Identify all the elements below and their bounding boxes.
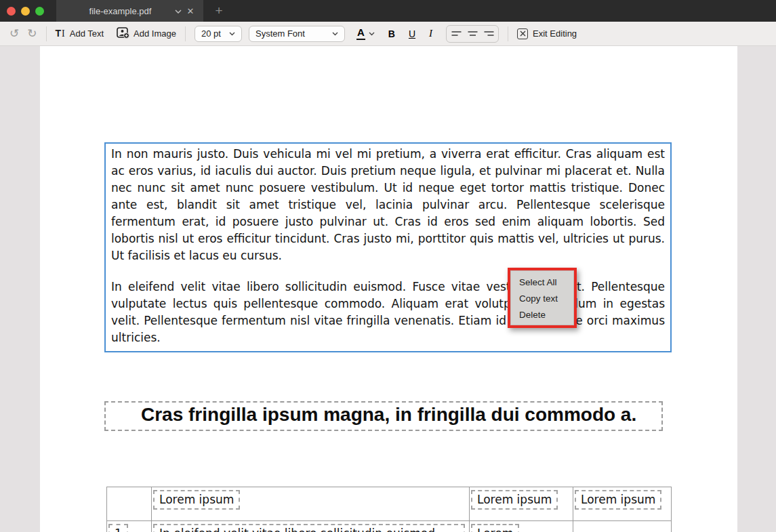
bold-button[interactable]: B	[388, 28, 395, 39]
table-cell: Lorem ipsum	[470, 487, 573, 521]
editable-field[interactable]: Lorem ipsum	[153, 490, 240, 510]
table-cell: Lorem ipsum	[573, 487, 672, 521]
heading-text-field[interactable]: Cras fringilla ipsum magna, in fringilla…	[104, 401, 663, 431]
redo-button[interactable]: ↻	[27, 28, 37, 39]
toolbar-divider	[185, 26, 186, 41]
minimize-window-button[interactable]	[21, 7, 30, 16]
table-cell: Lorem	[470, 521, 573, 532]
table-cell: Lorem ipsum	[152, 487, 470, 521]
tab-title: file-example.pdf	[68, 6, 172, 16]
align-left-button[interactable]	[448, 26, 464, 42]
underline-button[interactable]: U	[409, 28, 415, 39]
exit-editing-button[interactable]: Exit Editing	[517, 28, 577, 39]
table-cell: 1	[107, 521, 152, 532]
chevron-down-icon	[229, 32, 235, 36]
align-center-button[interactable]	[464, 26, 481, 42]
window-controls	[0, 7, 52, 16]
new-tab-button[interactable]: +	[210, 3, 228, 19]
document-tab[interactable]: file-example.pdf ✕	[56, 0, 203, 22]
text-color-icon: A	[356, 27, 365, 40]
add-image-icon	[117, 27, 129, 41]
add-image-button[interactable]: Add Image	[117, 27, 176, 41]
toolbar-divider	[508, 26, 508, 41]
pdf-page: In non mauris justo. Duis vehicula mi ve…	[40, 46, 737, 532]
add-text-button[interactable]: TI Add Text	[56, 28, 104, 39]
font-family-select[interactable]: System Font	[249, 26, 345, 42]
add-image-label: Add Image	[134, 28, 176, 39]
editable-field[interactable]: Lorem ipsum	[575, 490, 661, 510]
undo-button[interactable]: ↺	[9, 28, 19, 39]
pdf-editor-window: file-example.pdf ✕ + ↺ ↻ TI Add Text	[0, 0, 776, 532]
add-text-label: Add Text	[70, 28, 104, 39]
table-cell	[573, 521, 672, 532]
menu-item-delete[interactable]: Delete	[519, 307, 573, 323]
table-cell: In eleifend velit vitae libero sollicitu…	[152, 521, 470, 532]
alignment-control	[446, 25, 499, 43]
font-size-value: 20 pt	[201, 28, 221, 39]
italic-button[interactable]: I	[429, 28, 432, 39]
editable-field[interactable]: In eleifend velit vitae libero sollicitu…	[153, 524, 465, 532]
toolbar-divider	[46, 26, 47, 41]
zoom-window-button[interactable]	[35, 7, 44, 16]
chevron-down-icon[interactable]	[172, 6, 184, 16]
close-window-button[interactable]	[7, 7, 16, 16]
chevron-down-icon	[332, 32, 338, 36]
align-right-button[interactable]	[481, 26, 497, 42]
exit-editing-icon	[517, 28, 528, 39]
selected-text-block[interactable]: In non mauris justo. Duis vehicula mi ve…	[104, 142, 672, 352]
paragraph: In non mauris justo. Duis vehicula mi ve…	[111, 146, 665, 264]
menu-item-select-all[interactable]: Select All	[519, 274, 573, 291]
document-table: Lorem ipsum Lorem ipsum Lorem ipsum 1 In…	[106, 487, 672, 532]
editable-field[interactable]: 1	[108, 524, 128, 532]
editable-field[interactable]: Lorem	[471, 524, 519, 532]
annotation-highlight-box: Select All Copy text Delete	[508, 268, 577, 328]
chevron-down-icon	[369, 32, 375, 36]
titlebar: file-example.pdf ✕ +	[0, 0, 776, 22]
table-header-row: Lorem ipsum Lorem ipsum Lorem ipsum	[107, 487, 672, 521]
exit-editing-label: Exit Editing	[533, 28, 577, 39]
font-family-value: System Font	[256, 28, 305, 39]
editable-field[interactable]: Lorem ipsum	[471, 490, 558, 510]
tab-close-icon[interactable]: ✕	[184, 6, 197, 16]
add-text-icon: TI	[56, 28, 66, 39]
font-size-select[interactable]: 20 pt	[195, 26, 242, 42]
table-cell	[107, 487, 152, 521]
paragraph: In eleifend velit vitae libero sollicitu…	[111, 279, 665, 346]
menu-item-copy-text[interactable]: Copy text	[519, 291, 573, 307]
document-canvas[interactable]: In non mauris justo. Duis vehicula mi ve…	[0, 46, 776, 532]
text-color-button[interactable]: A	[356, 27, 375, 40]
editing-toolbar: ↺ ↻ TI Add Text Add Image 20 pt	[0, 22, 776, 46]
context-menu: Select All Copy text Delete	[510, 270, 574, 325]
table-row: 1 In eleifend velit vitae libero sollici…	[107, 521, 672, 532]
